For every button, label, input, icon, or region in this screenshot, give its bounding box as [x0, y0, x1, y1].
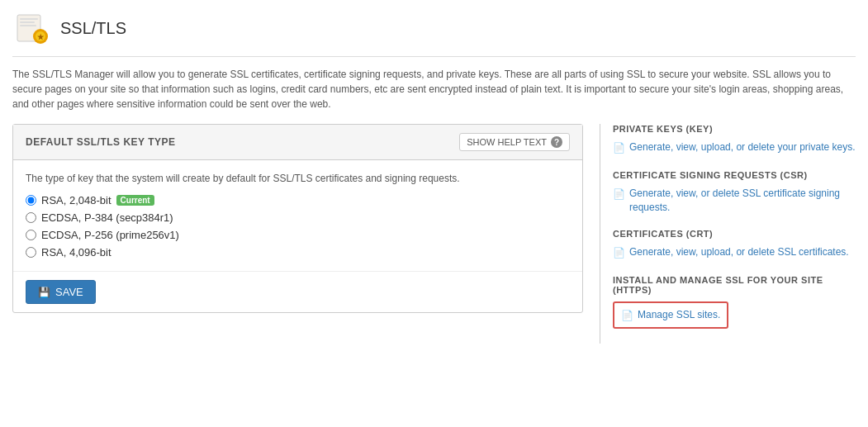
- sidebar-section-install-manage: INSTALL AND MANAGE SSL FOR YOUR SITE (HT…: [613, 275, 856, 329]
- card-title: DEFAULT SSL/TLS KEY TYPE: [26, 136, 176, 148]
- key-type-card: DEFAULT SSL/TLS KEY TYPE SHOW HELP TEXT …: [12, 124, 583, 313]
- main-layout: DEFAULT SSL/TLS KEY TYPE SHOW HELP TEXT …: [12, 124, 856, 344]
- sidebar-section-private-keys: PRIVATE KEYS (KEY) 📄 Generate, view, upl…: [613, 124, 856, 155]
- manage-ssl-highlighted-box: 📄 Manage SSL sites.: [613, 301, 728, 329]
- save-button[interactable]: 💾 SAVE: [26, 280, 96, 304]
- certificates-link-text: Generate, view, upload, or delete SSL ce…: [629, 245, 849, 259]
- file-icon-manage-ssl: 📄: [621, 310, 633, 321]
- page-title: SSL/TLS: [60, 19, 126, 38]
- svg-rect-1: [20, 18, 38, 20]
- left-panel: DEFAULT SSL/TLS KEY TYPE SHOW HELP TEXT …: [12, 124, 583, 344]
- card-body: The type of key that the system will cre…: [13, 160, 582, 271]
- radio-ecdsap256[interactable]: ECDSA, P-256 (prime256v1): [26, 229, 570, 241]
- help-circle-icon: ?: [551, 136, 562, 148]
- right-panel: PRIVATE KEYS (KEY) 📄 Generate, view, upl…: [600, 124, 856, 344]
- card-footer: 💾 SAVE: [13, 271, 582, 312]
- private-keys-link[interactable]: 📄 Generate, view, upload, or delete your…: [613, 140, 856, 155]
- sidebar-section-title-install-manage: INSTALL AND MANAGE SSL FOR YOUR SITE (HT…: [613, 275, 856, 295]
- radio-label-ecdsap256: ECDSA, P-256 (prime256v1): [41, 229, 179, 241]
- certificates-link[interactable]: 📄 Generate, view, upload, or delete SSL …: [613, 245, 856, 260]
- show-help-button[interactable]: SHOW HELP TEXT ?: [459, 133, 570, 151]
- radio-input-rsa2048[interactable]: [26, 195, 36, 206]
- private-keys-link-text: Generate, view, upload, or delete your p…: [629, 140, 856, 154]
- current-badge: Current: [116, 195, 154, 206]
- file-icon-certificates: 📄: [613, 246, 625, 260]
- csr-link-text: Generate, view, or delete SSL certificat…: [629, 187, 856, 215]
- csr-link[interactable]: 📄 Generate, view, or delete SSL certific…: [613, 187, 856, 215]
- file-icon-csr: 📄: [613, 187, 625, 202]
- key-type-radio-group: RSA, 2,048-bit Current ECDSA, P-384 (sec…: [26, 194, 570, 259]
- manage-ssl-link-text: Manage SSL sites.: [638, 308, 720, 322]
- sidebar-section-title-csr: CERTIFICATE SIGNING REQUESTS (CSR): [613, 170, 856, 180]
- show-help-label: SHOW HELP TEXT: [467, 137, 547, 147]
- page-description: The SSL/TLS Manager will allow you to ge…: [12, 67, 856, 111]
- save-icon: 💾: [38, 287, 50, 298]
- card-description: The type of key that the system will cre…: [26, 173, 570, 184]
- radio-input-ecdsap256[interactable]: [26, 230, 36, 240]
- radio-rsa4096[interactable]: RSA, 4,096-bit: [26, 246, 570, 259]
- svg-text:★: ★: [37, 33, 45, 41]
- svg-rect-3: [20, 25, 36, 26]
- card-header: DEFAULT SSL/TLS KEY TYPE SHOW HELP TEXT …: [13, 125, 582, 160]
- sidebar-section-title-certificates: CERTIFICATES (CRT): [613, 229, 856, 239]
- save-label: SAVE: [55, 286, 83, 298]
- radio-label-rsa2048: RSA, 2,048-bit: [41, 194, 111, 206]
- radio-rsa2048[interactable]: RSA, 2,048-bit Current: [26, 194, 570, 206]
- radio-label-ecdsap384: ECDSA, P-384 (secp384r1): [41, 211, 173, 224]
- page-header: ★ SSL/TLS: [12, 8, 856, 57]
- radio-label-rsa4096: RSA, 4,096-bit: [41, 246, 111, 259]
- sidebar-section-title-private-keys: PRIVATE KEYS (KEY): [613, 124, 856, 134]
- sidebar-section-certificates: CERTIFICATES (CRT) 📄 Generate, view, upl…: [613, 229, 856, 260]
- svg-rect-2: [20, 21, 35, 23]
- sidebar-section-csr: CERTIFICATE SIGNING REQUESTS (CSR) 📄 Gen…: [613, 170, 856, 215]
- ssl-page-icon: ★: [12, 8, 52, 48]
- radio-ecdsap384[interactable]: ECDSA, P-384 (secp384r1): [26, 211, 570, 224]
- radio-input-rsa4096[interactable]: [26, 247, 36, 258]
- manage-ssl-link[interactable]: Manage SSL sites.: [638, 308, 720, 322]
- radio-input-ecdsap384[interactable]: [26, 212, 36, 223]
- file-icon-private-keys: 📄: [613, 141, 625, 155]
